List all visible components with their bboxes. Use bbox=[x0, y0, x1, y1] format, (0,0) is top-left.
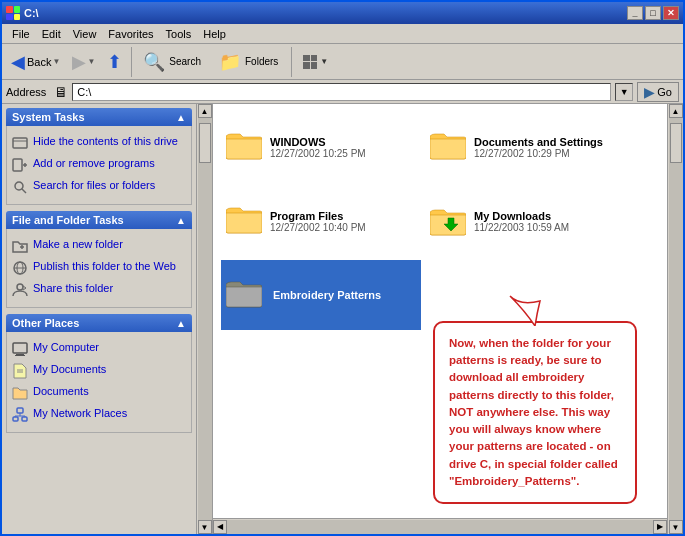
file-folder-tasks-body: Make a new folder Publish this folder to… bbox=[6, 229, 192, 308]
search-label: Search bbox=[169, 56, 201, 67]
right-scroll-thumb[interactable] bbox=[670, 123, 682, 163]
docs-settings-date: 12/27/2002 10:29 PM bbox=[474, 148, 603, 159]
task-add-remove[interactable]: Add or remove programs bbox=[11, 154, 187, 176]
system-tasks-body: Hide the contents of this drive Add or r… bbox=[6, 126, 192, 205]
other-places-section: Other Places ▲ My Computer My Doc bbox=[6, 314, 192, 433]
callout-box: Now, when the folder for your patterns i… bbox=[433, 321, 637, 504]
task-my-computer[interactable]: My Computer bbox=[11, 338, 187, 360]
task-hide-icon bbox=[11, 134, 29, 152]
svg-rect-19 bbox=[13, 417, 18, 421]
forward-button[interactable]: ▶ ▼ bbox=[67, 47, 100, 77]
task-share-text: Share this folder bbox=[33, 281, 113, 295]
task-publish[interactable]: Publish this folder to the Web bbox=[11, 257, 187, 279]
scroll-down-arrow[interactable]: ▼ bbox=[198, 520, 212, 534]
scroll-thumb[interactable] bbox=[199, 123, 211, 163]
scroll-track bbox=[198, 118, 212, 520]
program-files-info: Program Files 12/27/2002 10:40 PM bbox=[270, 210, 366, 233]
h-scroll-track bbox=[227, 520, 653, 534]
scroll-up-arrow[interactable]: ▲ bbox=[198, 104, 212, 118]
right-scroll-down[interactable]: ▼ bbox=[669, 520, 683, 534]
other-places-header[interactable]: Other Places ▲ bbox=[6, 314, 192, 332]
scroll-right-arrow[interactable]: ▶ bbox=[653, 520, 667, 534]
svg-line-6 bbox=[22, 189, 26, 193]
go-button[interactable]: ▶ Go bbox=[637, 82, 679, 102]
toolbar-sep-1 bbox=[131, 47, 132, 77]
svg-point-5 bbox=[15, 182, 23, 190]
docs-settings-name: Documents and Settings bbox=[474, 136, 603, 148]
task-search-text: Search for files or folders bbox=[33, 178, 155, 192]
address-dropdown-button[interactable]: ▼ bbox=[615, 83, 633, 101]
file-item-documents-settings[interactable]: Documents and Settings 12/27/2002 10:29 … bbox=[425, 112, 625, 182]
close-button[interactable]: ✕ bbox=[663, 6, 679, 20]
back-label: Back bbox=[27, 56, 51, 68]
menu-tools[interactable]: Tools bbox=[160, 26, 198, 42]
task-network-places[interactable]: My Network Places bbox=[11, 404, 187, 426]
program-files-name: Program Files bbox=[270, 210, 366, 222]
task-share[interactable]: Share this folder bbox=[11, 279, 187, 301]
task-hide-text: Hide the contents of this drive bbox=[33, 134, 178, 148]
maximize-button[interactable]: □ bbox=[645, 6, 661, 20]
svg-rect-13 bbox=[13, 343, 27, 353]
address-input[interactable] bbox=[72, 83, 611, 101]
embroidery-name: Embroidery Patterns bbox=[270, 288, 384, 302]
svg-rect-2 bbox=[13, 159, 22, 171]
minimize-button[interactable]: _ bbox=[627, 6, 643, 20]
task-hide-contents[interactable]: Hide the contents of this drive bbox=[11, 132, 187, 154]
svg-point-12 bbox=[17, 284, 23, 290]
right-panel: WINDOWS 12/27/2002 10:25 PM Documents an… bbox=[213, 104, 667, 534]
menu-favorites[interactable]: Favorites bbox=[102, 26, 159, 42]
forward-dropdown-icon: ▼ bbox=[87, 57, 95, 66]
back-arrow-icon: ◀ bbox=[11, 51, 25, 73]
docs-settings-folder-icon bbox=[430, 130, 466, 165]
file-item-my-downloads[interactable]: My Downloads 11/22/2003 10:59 AM bbox=[425, 186, 625, 256]
task-publish-text: Publish this folder to the Web bbox=[33, 259, 176, 273]
task-my-documents-text: My Documents bbox=[33, 362, 106, 376]
system-tasks-header[interactable]: System Tasks ▲ bbox=[6, 108, 192, 126]
back-button[interactable]: ◀ Back ▼ bbox=[6, 47, 65, 77]
docs-settings-file-info: Documents and Settings 12/27/2002 10:29 … bbox=[474, 136, 603, 159]
task-documents[interactable]: Documents bbox=[11, 382, 187, 404]
file-folder-tasks-section: File and Folder Tasks ▲ Make a new folde… bbox=[6, 211, 192, 308]
file-item-program-files[interactable]: Program Files 12/27/2002 10:40 PM bbox=[221, 186, 421, 256]
program-files-folder-icon bbox=[226, 204, 262, 239]
address-drive-icon: 🖥 bbox=[54, 84, 68, 100]
main-window: C:\ _ □ ✕ File Edit View Favorites Tools… bbox=[0, 0, 685, 536]
menu-view[interactable]: View bbox=[67, 26, 103, 42]
toolbar: ◀ Back ▼ ▶ ▼ ⬆ 🔍 Search 📁 Folders bbox=[2, 44, 683, 80]
windows-file-info: WINDOWS 12/27/2002 10:25 PM bbox=[270, 136, 366, 159]
toolbar-sep-2 bbox=[291, 47, 292, 77]
task-documents-text: Documents bbox=[33, 384, 89, 398]
windows-folder-icon bbox=[226, 130, 262, 165]
search-button[interactable]: 🔍 Search bbox=[136, 48, 208, 76]
menu-file[interactable]: File bbox=[6, 26, 36, 42]
system-tasks-title: System Tasks bbox=[12, 111, 85, 123]
content-scrollbar-v[interactable]: ▲ ▼ bbox=[197, 104, 213, 534]
task-new-folder-text: Make a new folder bbox=[33, 237, 123, 251]
scroll-left-arrow[interactable]: ◀ bbox=[213, 520, 227, 534]
system-tasks-chevron: ▲ bbox=[176, 112, 186, 123]
file-folder-tasks-title: File and Folder Tasks bbox=[12, 214, 124, 226]
task-new-folder-icon bbox=[11, 237, 29, 255]
my-computer-icon bbox=[11, 340, 29, 358]
menu-edit[interactable]: Edit bbox=[36, 26, 67, 42]
my-downloads-folder-icon bbox=[430, 206, 466, 236]
up-button[interactable]: ⬆ bbox=[102, 47, 127, 77]
address-bar: Address 🖥 ▼ ▶ Go bbox=[2, 80, 683, 104]
task-network-text: My Network Places bbox=[33, 406, 127, 420]
right-scroll-track bbox=[669, 118, 683, 520]
file-folder-tasks-header[interactable]: File and Folder Tasks ▲ bbox=[6, 211, 192, 229]
bottom-scrollbar[interactable]: ◀ ▶ bbox=[213, 518, 667, 534]
menu-help[interactable]: Help bbox=[197, 26, 232, 42]
documents-icon bbox=[11, 384, 29, 402]
views-button[interactable]: ▼ bbox=[296, 47, 333, 77]
right-scrollbar-v[interactable]: ▲ ▼ bbox=[667, 104, 683, 534]
task-search[interactable]: Search for files or folders bbox=[11, 176, 187, 198]
file-item-embroidery[interactable]: Embroidery Patterns bbox=[221, 260, 421, 330]
task-my-documents[interactable]: My Documents bbox=[11, 360, 187, 382]
right-scroll-up[interactable]: ▲ bbox=[669, 104, 683, 118]
task-new-folder[interactable]: Make a new folder bbox=[11, 235, 187, 257]
folders-button[interactable]: 📁 Folders bbox=[210, 48, 287, 76]
svg-rect-0 bbox=[13, 138, 27, 148]
file-item-windows[interactable]: WINDOWS 12/27/2002 10:25 PM bbox=[221, 112, 421, 182]
system-tasks-section: System Tasks ▲ Hide the contents of this… bbox=[6, 108, 192, 205]
